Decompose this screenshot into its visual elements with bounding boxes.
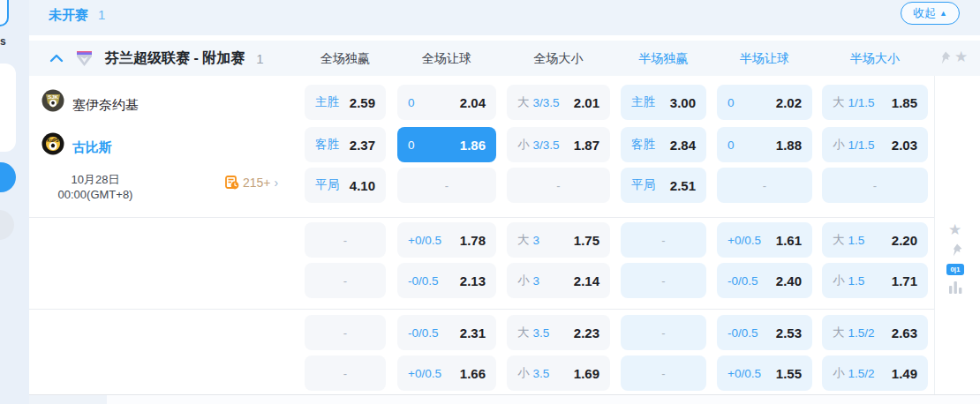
odds-cell[interactable]: 小3.51.69 (507, 355, 610, 391)
sidebar-partial-widget (0, 0, 9, 26)
next-section-peek-right (107, 395, 980, 404)
odds-cell[interactable]: 01.88 (717, 127, 812, 162)
status-label: 未开赛 (49, 7, 88, 24)
odds-cell[interactable]: 大1/1.51.85 (822, 85, 928, 120)
rail-divider (934, 76, 935, 394)
league-title[interactable]: 芬兰超级联赛 - 附加赛 (105, 49, 245, 68)
odds-cell[interactable]: 客胜2.37 (305, 127, 386, 162)
match-tracker-icon[interactable]: 0|1 (946, 264, 964, 275)
away-team-logo: KuPS (41, 132, 64, 155)
odds-cell[interactable]: +0/0.51.61 (717, 222, 812, 258)
markets-list-icon (225, 176, 239, 190)
left-sidebar-strip: s (0, 0, 29, 404)
more-markets-count: 215+ (243, 176, 271, 190)
pin-icon-header[interactable] (938, 51, 951, 64)
collapse-button[interactable]: 收起 ▲ (901, 2, 960, 25)
odds-cell-empty: - (621, 355, 706, 391)
odds-cell[interactable]: 主胜2.59 (305, 85, 386, 120)
odds-cell[interactable]: -0/0.52.13 (397, 263, 496, 298)
chevron-up-icon[interactable] (49, 52, 64, 64)
match-datetime: 10月28日 00:00(GMT+8) (34, 172, 157, 202)
odds-cell-empty: - (305, 263, 386, 298)
column-header-2[interactable]: 全场让球 (422, 51, 471, 67)
odds-cell[interactable]: +0/0.51.66 (397, 355, 496, 391)
odds-cell[interactable]: 小32.14 (507, 263, 610, 298)
section-divider (29, 217, 934, 218)
pin-icon[interactable] (949, 243, 962, 257)
stats-chart-icon[interactable] (949, 281, 962, 294)
collapse-label: 收起 (913, 5, 936, 21)
odds-cell[interactable]: 小3/3.51.87 (507, 127, 610, 162)
odds-cell[interactable]: 客胜2.84 (621, 127, 706, 162)
odds-cell[interactable]: -0/0.52.31 (397, 315, 496, 350)
sidebar-gray-button[interactable] (0, 210, 14, 240)
odds-cell[interactable]: 01.86 (397, 127, 496, 162)
odds-cell[interactable]: 大1.52.20 (822, 222, 928, 258)
odds-cell-empty: - (305, 355, 386, 391)
column-header-5[interactable]: 半场让球 (740, 51, 789, 67)
match-time: 00:00(GMT+8) (34, 187, 157, 202)
sidebar-partial-text: s (0, 35, 6, 48)
odds-cell[interactable]: 小1.5/21.49 (822, 355, 928, 391)
odds-cell[interactable]: 大1.5/22.63 (822, 315, 928, 350)
match-date: 10月28日 (34, 172, 157, 187)
odds-cell[interactable]: 主胜3.00 (621, 85, 706, 120)
odds-cell-empty: - (621, 222, 706, 258)
odds-cell[interactable]: 02.02 (717, 85, 812, 120)
league-shield-icon (75, 50, 94, 67)
away-team-name[interactable]: 古比斯 (72, 139, 112, 156)
caret-up-icon: ▲ (939, 10, 947, 18)
next-section-peek-left (29, 395, 107, 404)
section-divider (29, 309, 934, 310)
odds-cell[interactable]: +0/0.51.55 (717, 355, 812, 391)
odds-cell[interactable]: 大3/3.52.01 (507, 85, 610, 120)
column-header-6[interactable]: 半场大小 (850, 51, 900, 67)
column-header-4[interactable]: 半场独赢 (639, 51, 689, 67)
column-header-1[interactable]: 全场独赢 (320, 51, 370, 67)
sidebar-blue-button[interactable] (0, 162, 16, 192)
chevron-right-icon: › (275, 176, 279, 190)
odds-cell[interactable]: 大3.52.23 (507, 315, 610, 350)
home-team-logo: SJK (41, 89, 64, 112)
odds-cell-empty: - (621, 315, 706, 350)
odds-cell[interactable]: 平局4.10 (305, 168, 386, 203)
odds-cell-empty: - (397, 168, 496, 203)
odds-cell[interactable]: +0/0.51.78 (397, 222, 496, 258)
odds-cell[interactable]: 小1.51.71 (822, 263, 928, 298)
star-icon-header[interactable]: ★ (954, 49, 968, 64)
odds-cell[interactable]: -0/0.52.53 (717, 315, 812, 350)
odds-cell[interactable]: -0/0.52.40 (717, 263, 812, 298)
svg-text:SJK: SJK (48, 94, 58, 100)
odds-cell-empty: - (507, 168, 610, 203)
odds-cell[interactable]: 平局2.51 (621, 168, 706, 203)
star-icon[interactable]: ★ (948, 222, 961, 237)
league-count: 1 (256, 51, 263, 66)
odds-cell[interactable]: 02.04 (397, 85, 496, 120)
status-count: 1 (98, 7, 105, 22)
odds-cell[interactable]: 大31.75 (507, 222, 610, 258)
odds-cell-empty: - (717, 168, 812, 203)
odds-cell-empty: - (621, 263, 706, 298)
odds-cell[interactable]: 小1/1.52.03 (822, 127, 928, 162)
home-team-name[interactable]: 塞伊奈约基 (72, 97, 139, 114)
odds-cell-empty: - (305, 222, 386, 258)
topbar: 未开赛 1 收起 ▲ (29, 0, 980, 35)
sidebar-partial-panel (0, 64, 16, 152)
odds-cell-empty: - (305, 315, 386, 350)
odds-cell-empty: - (822, 168, 928, 203)
column-header-3[interactable]: 全场大小 (534, 51, 584, 67)
svg-text:KuPS: KuPS (47, 138, 59, 143)
more-markets-link[interactable]: 215+ › (225, 176, 278, 190)
